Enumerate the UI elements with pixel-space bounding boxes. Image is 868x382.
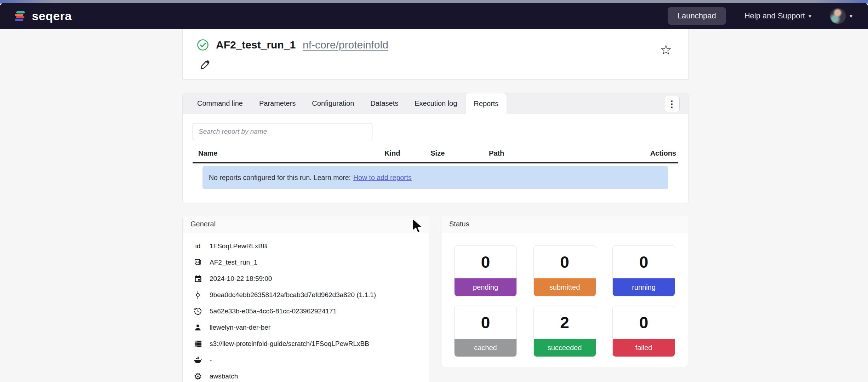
run-name: AF2_test_run_1 bbox=[216, 39, 296, 51]
help-and-support-label: Help and Support bbox=[744, 11, 805, 21]
status-panel-title: Status bbox=[441, 216, 688, 232]
calendar-icon bbox=[193, 275, 203, 283]
tab-parameters[interactable]: Parameters bbox=[251, 93, 304, 114]
general-panel: General id 1FSoqLPewRLxBB bbox=[182, 216, 429, 382]
column-header-kind: Kind bbox=[384, 149, 430, 157]
general-panel-title: General bbox=[183, 216, 429, 232]
chevron-down-icon: ▾ bbox=[809, 13, 811, 19]
tab-reports[interactable]: Reports bbox=[465, 93, 507, 114]
seqera-brand[interactable]: seqera bbox=[13, 9, 72, 23]
more-options-button[interactable]: ⋮ bbox=[664, 96, 680, 112]
user-menu[interactable]: ▾ bbox=[830, 8, 852, 24]
status-tile-pending: 0 pending bbox=[454, 245, 517, 296]
status-panel: Status 0 pending 0 submitted 0 running 0… bbox=[441, 216, 688, 367]
running-label: running bbox=[613, 278, 675, 296]
edit-pencil-icon[interactable] bbox=[200, 59, 210, 70]
tab-datasets[interactable]: Datasets bbox=[362, 93, 406, 114]
docker-icon bbox=[193, 356, 203, 364]
status-tile-succeeded: 2 succeeded bbox=[533, 306, 596, 357]
git-commit-icon bbox=[193, 291, 203, 299]
star-icon[interactable]: ☆ bbox=[660, 43, 672, 57]
general-row-user: llewelyn-van-der-ber bbox=[183, 319, 429, 336]
server-icon bbox=[193, 340, 203, 348]
status-tile-cached: 0 cached bbox=[454, 306, 517, 357]
seqera-logo-icon bbox=[13, 9, 27, 23]
tab-command-line[interactable]: Command line bbox=[189, 93, 251, 114]
failed-count: 0 bbox=[613, 306, 675, 339]
reports-table-header: Name Kind Size Path Actions bbox=[193, 144, 678, 163]
failed-label: failed bbox=[613, 339, 675, 357]
chevron-down-icon: ▾ bbox=[850, 13, 852, 19]
kebab-icon: ⋮ bbox=[667, 99, 676, 110]
cached-label: cached bbox=[455, 339, 516, 357]
column-header-size: Size bbox=[430, 149, 489, 157]
general-row-run-name: AF2_test_run_1 bbox=[183, 254, 429, 271]
how-to-add-reports-link[interactable]: How to add reports bbox=[353, 174, 412, 182]
status-tile-submitted: 0 submitted bbox=[533, 245, 596, 296]
run-detail-card: Command line Parameters Configuration Da… bbox=[182, 93, 689, 203]
general-row-id: id 1FSoqLPewRLxBB bbox=[183, 238, 429, 254]
general-row-executor: ⚙ awsbatch bbox=[183, 368, 429, 382]
gear-icon: ⚙ bbox=[193, 372, 203, 381]
general-row-date: 2024-10-22 18:59:00 bbox=[183, 271, 429, 287]
succeeded-count: 2 bbox=[534, 306, 596, 339]
help-and-support-menu[interactable]: Help and Support ▾ bbox=[744, 11, 811, 21]
tab-configuration[interactable]: Configuration bbox=[304, 93, 362, 114]
pending-label: pending bbox=[455, 278, 516, 296]
general-row-session-id: 5a62e33b-e05a-4cc6-81cc-023962924171 bbox=[183, 303, 429, 319]
tab-bar: Command line Parameters Configuration Da… bbox=[183, 93, 688, 114]
general-row-container: - bbox=[183, 352, 429, 368]
avatar[interactable] bbox=[830, 8, 846, 24]
general-row-workdir: s3://llew-proteinfold-guide/scratch/1FSo… bbox=[183, 336, 429, 352]
status-tile-running: 0 running bbox=[612, 245, 675, 296]
running-count: 0 bbox=[613, 245, 675, 278]
pipeline-link[interactable]: nf-core/proteinfold bbox=[303, 39, 388, 51]
column-header-actions: Actions bbox=[639, 149, 678, 157]
submitted-label: submitted bbox=[534, 278, 596, 296]
history-icon bbox=[193, 307, 203, 316]
no-reports-alert: No reports configured for this run. Lear… bbox=[202, 166, 668, 189]
column-header-path: Path bbox=[489, 149, 639, 157]
launchpad-button[interactable]: Launchpad bbox=[668, 7, 726, 25]
brand-name: seqera bbox=[32, 9, 72, 23]
succeeded-label: succeeded bbox=[534, 339, 596, 357]
no-reports-message: No reports configured for this run. Lear… bbox=[209, 174, 351, 182]
top-navbar: seqera Launchpad Help and Support ▾ ▾ bbox=[0, 3, 868, 29]
pending-count: 0 bbox=[455, 245, 516, 278]
masks-icon bbox=[193, 258, 203, 267]
run-header-card: AF2_test_run_1 nf-core/proteinfold ☆ bbox=[182, 29, 689, 80]
reports-table: Name Kind Size Path Actions No reports c… bbox=[193, 144, 678, 189]
cached-count: 0 bbox=[455, 306, 516, 339]
success-check-icon bbox=[197, 39, 209, 51]
column-header-name: Name bbox=[193, 149, 384, 157]
id-label: id bbox=[193, 242, 203, 250]
status-tile-failed: 0 failed bbox=[612, 306, 675, 357]
submitted-count: 0 bbox=[534, 245, 596, 278]
general-row-commit: 9bea0dc4ebb26358142afbcab3d7efd962d3a820… bbox=[183, 287, 429, 303]
search-input[interactable] bbox=[193, 123, 372, 140]
tab-execution-log[interactable]: Execution log bbox=[406, 93, 465, 114]
user-icon bbox=[193, 324, 203, 331]
